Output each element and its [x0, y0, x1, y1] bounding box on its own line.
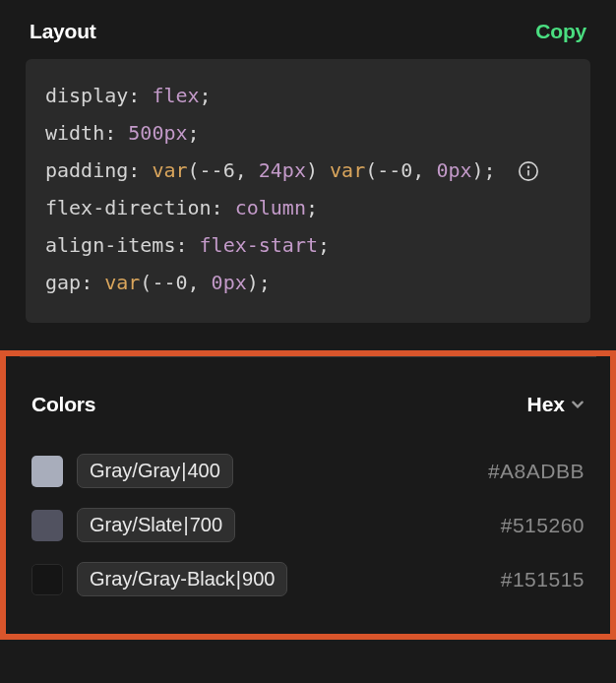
- info-icon[interactable]: [518, 160, 539, 182]
- code-line: display: flex;: [45, 77, 571, 114]
- css-code-block[interactable]: display: flex; width: 500px; padding: va…: [26, 59, 590, 323]
- color-swatch: [31, 510, 63, 541]
- color-name-pill[interactable]: Gray/Gray |400: [77, 454, 233, 488]
- code-line: align-items: flex-start;: [45, 226, 571, 264]
- code-line: width: 500px;: [45, 114, 571, 152]
- color-name-pill[interactable]: Gray/Gray-Black |900: [77, 562, 287, 596]
- code-line: padding: var(--6, 24px) var(--0, 0px);: [45, 152, 571, 189]
- chevron-down-icon: [571, 398, 585, 411]
- color-format-label: Hex: [526, 393, 565, 416]
- layout-section-header: Layout Copy: [0, 0, 616, 59]
- copy-button[interactable]: Copy: [535, 20, 586, 43]
- color-hex-value: #515260: [501, 514, 585, 537]
- color-row[interactable]: Gray/Gray |400 #A8ADBB: [6, 444, 610, 498]
- code-line: gap: var(--0, 0px);: [45, 264, 571, 301]
- svg-point-2: [527, 166, 528, 167]
- color-hex-value: #A8ADBB: [488, 460, 585, 483]
- colors-title: Colors: [31, 393, 95, 416]
- code-line: flex-direction: column;: [45, 189, 571, 226]
- color-swatch: [31, 564, 63, 595]
- color-row[interactable]: Gray/Slate |700 #515260: [6, 498, 610, 552]
- colors-highlight-box: Colors Hex Gray/Gray |400 #A8ADBB Gray/: [0, 350, 616, 640]
- color-format-select[interactable]: Hex: [526, 393, 585, 416]
- layout-title: Layout: [30, 20, 96, 43]
- colors-section-header: Colors Hex: [6, 357, 610, 444]
- color-hex-value: #151515: [501, 568, 585, 591]
- color-swatch: [31, 456, 63, 487]
- color-row[interactable]: Gray/Gray-Black |900 #151515: [6, 552, 610, 606]
- color-name-pill[interactable]: Gray/Slate |700: [77, 508, 235, 542]
